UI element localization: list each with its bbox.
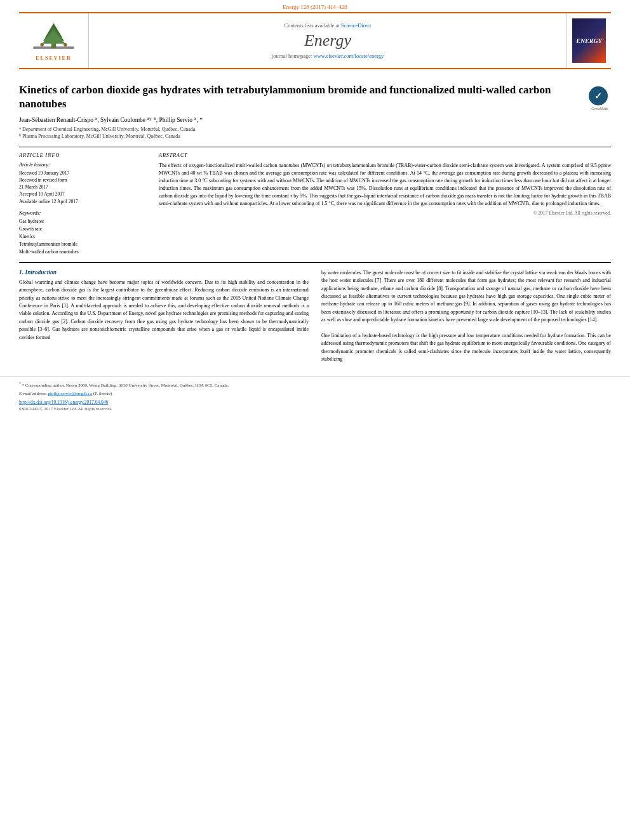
history-label: Article history: bbox=[19, 162, 146, 168]
issn-line: 0360-5442/© 2017 Elsevier Ltd. All right… bbox=[19, 406, 611, 411]
abstract-text: The effects of oxygen-functionalized mul… bbox=[159, 162, 611, 208]
keyword-4: Multi-walled carbon nanotubes bbox=[19, 248, 146, 256]
crossmark-label: CrossMark bbox=[589, 107, 611, 110]
keyword-0: Gas hydrates bbox=[19, 218, 146, 225]
keyword-1: Growth rate bbox=[19, 225, 146, 233]
footnote-corresponding: * * Corresponding author. Room 3060, Won… bbox=[19, 381, 611, 389]
intro-section-title: 1. Introduction bbox=[19, 269, 309, 276]
title-divider bbox=[19, 147, 611, 147]
homepage-line: journal homepage: www.elsevier.com/locat… bbox=[272, 53, 384, 59]
keyword-2: Kinetics bbox=[19, 233, 146, 241]
history-received: Received 19 January 2017 bbox=[19, 170, 146, 177]
journal-center: Contents lists available at ScienceDirec… bbox=[89, 13, 566, 68]
elsevier-tree-icon bbox=[30, 20, 77, 55]
introduction-section: 1. Introduction Global warming and clima… bbox=[19, 269, 611, 364]
star-sup: * bbox=[19, 382, 21, 385]
footnote-email: E-mail address: phillip.servio@mcgill.ca… bbox=[19, 390, 611, 397]
abstract-divider bbox=[19, 262, 611, 263]
article-info-column: ARTICLE INFO Article history: Received 1… bbox=[19, 152, 146, 256]
copyright: © 2017 Elsevier Ltd. All rights reserved… bbox=[159, 210, 611, 216]
footer: * * Corresponding author. Room 3060, Won… bbox=[0, 377, 630, 414]
citation-bar: Energy 128 (2017) 414–420 bbox=[0, 0, 630, 12]
homepage-link[interactable]: www.elsevier.com/locate/energy bbox=[313, 53, 384, 59]
intro-left-col: 1. Introduction Global warming and clima… bbox=[19, 269, 309, 364]
energy-brand-logo: ENERGY bbox=[572, 18, 606, 63]
crossmark-badge: ✓ CrossMark bbox=[589, 86, 611, 110]
affiliation-b: ᵇ Plasma Processing Laboratory, McGill U… bbox=[19, 133, 582, 140]
history-accepted: Accepted 10 April 2017 bbox=[19, 190, 146, 197]
abstract-column: ABSTRACT The effects of oxygen-functiona… bbox=[159, 152, 611, 256]
paper-title-area: Kinetics of carbon dioxide gas hydrates … bbox=[19, 83, 582, 142]
article-info-header: ARTICLE INFO bbox=[19, 152, 146, 158]
content-area: Kinetics of carbon dioxide gas hydrates … bbox=[0, 69, 630, 370]
authors: Jean-Sébastien Renault-Crispo ᵃ, Sylvain… bbox=[19, 116, 582, 123]
journal-name: Energy bbox=[304, 31, 351, 50]
keywords-section: Keywords: Gas hydrates Growth rate Kinet… bbox=[19, 210, 146, 256]
email-link[interactable]: phillip.servio@mcgill.ca bbox=[48, 391, 92, 396]
abstract-header: ABSTRACT bbox=[159, 152, 611, 158]
doi-link[interactable]: http://dx.doi.org/10.1016/j.energy.2017.… bbox=[19, 399, 611, 405]
article-abstract-section: ARTICLE INFO Article history: Received 1… bbox=[19, 152, 611, 256]
elsevier-wordmark: ELSEVIER bbox=[36, 55, 71, 61]
intro-left-text: Global warming and climate change have b… bbox=[19, 279, 309, 342]
sciencedirect-link[interactable]: ScienceDirect bbox=[341, 22, 372, 29]
elsevier-branding: ELSEVIER bbox=[19, 13, 89, 68]
crossmark-icon: ✓ bbox=[589, 86, 608, 105]
svg-point-5 bbox=[40, 43, 44, 47]
keyword-3: Tetrabutylammonium bromide bbox=[19, 241, 146, 248]
intro-right-text: by water molecules. The guest molecule m… bbox=[321, 269, 611, 364]
history-revised-date: 21 March 2017 bbox=[19, 183, 146, 190]
energy-logo-box: ENERGY bbox=[566, 13, 611, 68]
affiliation-a: ᵃ Department of Chemical Engineering, Mc… bbox=[19, 126, 582, 133]
article-history: Article history: Received 19 January 201… bbox=[19, 162, 146, 205]
citation-text: Energy 128 (2017) 414–420 bbox=[283, 4, 347, 10]
journal-header: ELSEVIER Contents lists available at Sci… bbox=[19, 12, 611, 69]
paper-header: Kinetics of carbon dioxide gas hydrates … bbox=[19, 83, 611, 142]
sciencedirect-line: Contents lists available at ScienceDirec… bbox=[285, 22, 372, 29]
history-online: Available online 12 April 2017 bbox=[19, 198, 146, 205]
affiliations: ᵃ Department of Chemical Engineering, Mc… bbox=[19, 126, 582, 140]
svg-point-6 bbox=[64, 43, 67, 47]
history-revised-label: Received in revised form bbox=[19, 177, 146, 183]
page: Energy 128 (2017) 414–420 ELSEVIE bbox=[0, 0, 630, 840]
intro-right-col: by water molecules. The guest molecule m… bbox=[321, 269, 611, 364]
paper-title: Kinetics of carbon dioxide gas hydrates … bbox=[19, 83, 582, 111]
keywords-label: Keywords: bbox=[19, 210, 146, 216]
elsevier-logo: ELSEVIER bbox=[30, 20, 77, 61]
